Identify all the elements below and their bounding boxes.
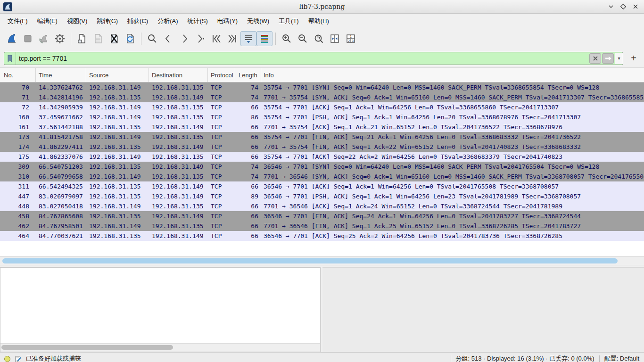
minimize-button[interactable] [607, 3, 615, 10]
packet-protocol: TCP [208, 211, 235, 221]
scrollbar-thumb[interactable] [2, 258, 618, 263]
find-packet-icon[interactable] [144, 31, 160, 46]
menu-item[interactable]: 分析(A) [153, 15, 182, 28]
column-header-protocol[interactable]: Protocol [208, 68, 235, 82]
display-filter-field[interactable]: ▾ [4, 52, 623, 65]
menu-item[interactable]: 视图(V) [62, 15, 92, 28]
close-button[interactable] [632, 3, 639, 10]
statusbar-separator [451, 355, 451, 362]
packet-destination: 192.168.31.135 [149, 102, 208, 112]
packet-source: 192.168.31.135 [86, 181, 149, 191]
expert-info-icon[interactable] [4, 356, 10, 362]
packet-info: 35754 → 7701 [ACK] Seq=1 Ack=1 Win=64256… [261, 102, 644, 112]
maximize-button[interactable] [619, 3, 627, 10]
filter-dropdown-icon[interactable]: ▾ [615, 53, 623, 64]
auto-scroll-icon[interactable] [240, 31, 256, 46]
column-header-source[interactable]: Source [86, 68, 149, 82]
close-file-icon[interactable] [106, 31, 122, 46]
packet-row[interactable]: 70 14.337624762 192.168.31.149 192.168.3… [0, 82, 644, 92]
display-filter-input[interactable] [16, 55, 589, 62]
packet-no: 71 [0, 92, 36, 102]
packet-destination: 192.168.31.135 [149, 221, 208, 231]
packet-details-pane[interactable] [0, 267, 321, 352]
column-header-length[interactable]: Length [235, 68, 261, 82]
profile-text[interactable]: 配置: Default [604, 354, 639, 362]
colorize-icon[interactable] [256, 31, 272, 46]
packet-no: 447 [0, 191, 36, 201]
packet-no: 175 [0, 152, 36, 162]
restart-capture-icon[interactable] [36, 31, 52, 46]
filter-clear-icon[interactable] [589, 53, 601, 64]
packet-row[interactable]: 160 37.459671662 192.168.31.149 192.168.… [0, 112, 644, 122]
zoom-out-icon[interactable] [295, 31, 311, 46]
packet-row[interactable]: 71 14.342814196 192.168.31.135 192.168.3… [0, 92, 644, 102]
capture-options-icon[interactable] [52, 31, 68, 46]
last-packet-icon[interactable] [224, 31, 240, 46]
zoom-reset-icon[interactable] [311, 31, 327, 46]
next-packet-icon[interactable] [176, 31, 192, 46]
packet-protocol: TCP [208, 181, 235, 191]
packet-row[interactable]: 464 84.770037621 192.168.31.135 192.168.… [0, 231, 644, 241]
packet-no: 448 [0, 201, 36, 211]
zoom-in-icon[interactable] [279, 31, 295, 46]
column-header-time[interactable]: Time [36, 68, 86, 82]
packet-bytes-pane[interactable] [322, 267, 644, 352]
filter-bookmark-icon[interactable] [4, 52, 16, 65]
packet-info: 7701 → 35754 [ACK] Seq=1 Ack=21 Win=6515… [261, 122, 644, 132]
packet-info: 36546 → 7701 [FIN, ACK] Seq=24 Ack=1 Win… [261, 211, 644, 221]
menu-item[interactable]: 捕获(C) [123, 15, 153, 28]
menu-item[interactable]: 工具(T) [274, 15, 304, 28]
menu-item[interactable]: 帮助(H) [304, 15, 334, 28]
packet-time: 41.862337076 [36, 152, 86, 162]
packet-source: 192.168.31.149 [86, 221, 149, 231]
reload-file-icon[interactable] [122, 31, 138, 46]
packet-row[interactable]: 72 14.342905939 192.168.31.149 192.168.3… [0, 102, 644, 112]
packet-time: 37.459671662 [36, 112, 86, 122]
scrollbar-thumb[interactable] [1, 345, 173, 350]
open-file-icon[interactable] [74, 31, 90, 46]
packet-no: 311 [0, 181, 36, 191]
column-header-info[interactable]: Info [261, 68, 644, 82]
packet-row[interactable]: 161 37.561442188 192.168.31.135 192.168.… [0, 122, 644, 132]
filter-add-button[interactable]: + [627, 52, 640, 65]
column-header-no[interactable]: No. [0, 68, 36, 82]
packet-list-hscrollbar[interactable] [0, 257, 644, 265]
packet-row[interactable]: 173 41.815421758 192.168.31.149 192.168.… [0, 132, 644, 142]
menu-item[interactable]: 文件(F) [3, 15, 33, 28]
previous-packet-icon[interactable] [160, 31, 176, 46]
packet-destination: 192.168.31.149 [149, 191, 208, 201]
packet-row[interactable]: 310 66.540799658 192.168.31.149 192.168.… [0, 172, 644, 181]
packet-no: 310 [0, 172, 36, 181]
packet-row[interactable]: 462 84.767958501 192.168.31.149 192.168.… [0, 221, 644, 231]
start-capture-icon[interactable] [4, 31, 20, 46]
menu-item[interactable]: 统计(S) [182, 15, 212, 28]
go-to-packet-icon[interactable] [192, 31, 208, 46]
menu-item[interactable]: 电话(Y) [213, 15, 242, 28]
column-header-destination[interactable]: Destination [149, 68, 208, 82]
packet-row[interactable]: 311 66.542494325 192.168.31.135 192.168.… [0, 181, 644, 191]
menu-item[interactable]: 无线(W) [242, 15, 274, 28]
packet-info: 7701 → 35754 [FIN, ACK] Seq=1 Ack=22 Win… [261, 142, 644, 152]
packet-time: 41.815421758 [36, 132, 86, 142]
packet-row[interactable]: 175 41.862337076 192.168.31.149 192.168.… [0, 152, 644, 162]
packet-row[interactable]: 309 66.540751203 192.168.31.135 192.168.… [0, 162, 644, 172]
resize-columns-icon[interactable] [327, 31, 343, 46]
save-file-icon[interactable] [90, 31, 106, 46]
packet-source: 192.168.31.135 [86, 92, 149, 102]
first-packet-icon[interactable] [208, 31, 224, 46]
main-toolbar: 123 [0, 28, 644, 49]
menu-item[interactable]: 编辑(E) [33, 15, 62, 28]
packet-length: 66 [235, 142, 261, 152]
packet-row[interactable]: 447 83.026979097 192.168.31.135 192.168.… [0, 191, 644, 201]
packet-protocol: TCP [208, 122, 235, 132]
packet-row[interactable]: 174 41.862297411 192.168.31.135 192.168.… [0, 142, 644, 152]
details-hscrollbar[interactable] [0, 343, 320, 352]
packet-time: 66.540751203 [36, 162, 86, 172]
packet-row[interactable]: 458 84.767865608 192.168.31.135 192.168.… [0, 211, 644, 221]
menu-item[interactable]: 跳转(G) [92, 15, 123, 28]
stop-capture-icon[interactable] [20, 31, 36, 46]
packet-row[interactable]: 448 83.027050418 192.168.31.149 192.168.… [0, 201, 644, 211]
capture-comment-icon[interactable] [15, 355, 22, 362]
layout-columns-icon[interactable]: 123 [343, 31, 359, 46]
filter-apply-icon[interactable] [602, 53, 614, 64]
